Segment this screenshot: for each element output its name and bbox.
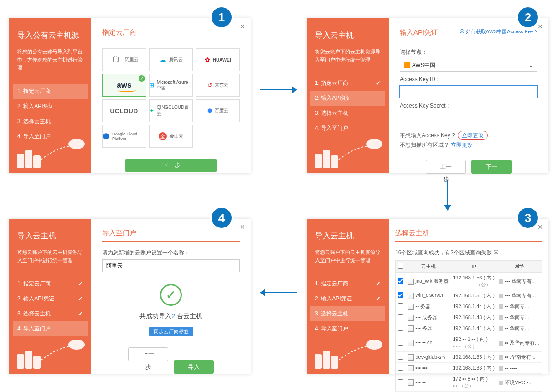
svg-rect-14 bbox=[34, 356, 40, 368]
sidebar-desc: 将您云账户下的云主机资源导入至门户中进行统一管理 bbox=[17, 248, 83, 264]
node-select[interactable]: 🟧 AWS中国⌄ bbox=[400, 59, 537, 72]
step-1[interactable]: 1. 指定云厂商 bbox=[13, 276, 88, 291]
vendor-grid: 〔〕阿里云 ☁腾讯云 ✿HUAWEI aws ⊞Microsoft Azure … bbox=[102, 48, 240, 148]
arrow-3-4 bbox=[261, 292, 297, 293]
table-row[interactable]: ▪▪▪ ▪▪172 ▪▪ 8 ▪▪ ( 内 )▪ ▪ （公）环境VPC ▪... bbox=[396, 374, 542, 392]
step-1[interactable]: 1. 指定云厂商 bbox=[13, 84, 88, 99]
vendor-aliyun[interactable]: 〔〕阿里云 bbox=[102, 48, 146, 71]
cell-net: ▪▪▪ 华南专有... bbox=[497, 290, 542, 301]
node-label: 选择节点： bbox=[400, 48, 537, 56]
vendor-huawei[interactable]: ✿HUAWEI bbox=[196, 48, 240, 71]
close-icon[interactable]: ✕ bbox=[537, 223, 543, 231]
step-1[interactable]: 1. 指定云厂商 bbox=[310, 276, 385, 291]
cell-host: ▪▪▪ ▪▪▪ bbox=[406, 363, 451, 374]
server-icon bbox=[408, 379, 414, 386]
step-3[interactable]: 3. 选择云主机 bbox=[13, 306, 88, 321]
sidebar-desc: 将您的公有云账号导入到平台中，方便对您的云主机进行管理 bbox=[17, 48, 83, 72]
vendor-aws[interactable]: aws bbox=[102, 74, 146, 97]
change-link-1[interactable]: 立即更改 bbox=[458, 131, 488, 140]
help-link[interactable]: ⦿ 如何获取AWS中国Access Key ? bbox=[460, 28, 537, 35]
vendor-ucloud[interactable]: UCLOUD bbox=[102, 99, 146, 122]
table-row[interactable]: ▪▪▪ 或务器192.168.1.43 ( 内 )▪▪ 华南专... bbox=[396, 312, 542, 323]
step-1[interactable]: 1. 指定云厂商 bbox=[310, 76, 385, 91]
close-icon[interactable]: ✕ bbox=[240, 223, 245, 231]
vendor-ksyun[interactable]: 金金山云 bbox=[149, 125, 193, 148]
sidebar-illustration bbox=[9, 132, 91, 173]
row-checkbox[interactable] bbox=[398, 379, 403, 385]
svg-rect-12 bbox=[17, 355, 24, 368]
close-icon[interactable]: ✕ bbox=[240, 23, 245, 30]
row-checkbox[interactable] bbox=[398, 340, 403, 346]
access-key-secret-input[interactable] bbox=[400, 112, 537, 124]
cell-net: ▪▪ 华南专... bbox=[497, 312, 542, 323]
wizard-panel-2: 导入云主机 将您云账户下的云主机资源导入至门户中进行统一管理 1. 指定云厂商 … bbox=[307, 18, 548, 173]
account-name-label: 请为您新增的云账户设置一个名称： bbox=[102, 249, 240, 257]
step-2[interactable]: 2. 输入API凭证 bbox=[13, 99, 88, 114]
change-link-2[interactable]: 立即更改 bbox=[451, 142, 473, 148]
vendor-jdcloud[interactable]: ↺京东云 bbox=[196, 74, 240, 97]
svg-point-7 bbox=[366, 139, 382, 149]
chevron-down-icon: ⌄ bbox=[529, 62, 533, 68]
vendor-qingcloud[interactable]: ✦QINGCLOUD青云 bbox=[149, 99, 193, 122]
row-checkbox[interactable] bbox=[398, 278, 403, 284]
next-button[interactable]: 下一步 bbox=[471, 160, 512, 174]
vendor-baidu[interactable]: ⬢百度云 bbox=[196, 99, 240, 122]
prev-button[interactable]: 上一步 bbox=[426, 160, 466, 174]
svg-point-11 bbox=[366, 340, 382, 350]
row-checkbox[interactable] bbox=[398, 314, 403, 320]
row-checkbox[interactable] bbox=[398, 365, 403, 371]
step-list: 1. 指定云厂商 2. 输入API凭证 3. 选择云主机 4. 导入至门户 bbox=[17, 276, 83, 336]
arrow-1-2 bbox=[260, 89, 296, 90]
step-list: 1. 指定云厂商 2. 输入API凭证 3. 选择云主机 4. 导入至门户 bbox=[315, 76, 381, 136]
step-3[interactable]: 3. 选择云主机 bbox=[13, 114, 88, 129]
sync-tags-button[interactable]: 同步云厂商标签 bbox=[149, 327, 193, 336]
step-2[interactable]: 2. 输入API凭证 bbox=[310, 91, 385, 106]
table-row[interactable]: ▪▪▪ ▪▪▪192.168.1.33 ( 内 )▪▪ ▪▪▪▪ bbox=[396, 363, 542, 374]
vendor-azure[interactable]: ⊞Microsoft Azure · 中国 bbox=[149, 74, 193, 97]
select-all-checkbox[interactable] bbox=[398, 263, 403, 269]
table-row[interactable]: ▪▪▪ ▪▪ cn192 ▪▪ 1 ▪▪ ( 内 )▪ ▪ ▪ （公）▪▪ 及华… bbox=[396, 334, 542, 352]
server-icon bbox=[408, 365, 414, 371]
vendor-tencent[interactable]: ☁腾讯云 bbox=[149, 48, 193, 71]
step-3[interactable]: 3. 选择云主机 bbox=[310, 306, 385, 321]
cell-host: ▪▪▪ 或务器 bbox=[406, 312, 451, 323]
wizard-panel-1: 导入公有云主机源 将您的公有云账号导入到平台中，方便对您的云主机进行管理 1. … bbox=[9, 18, 251, 173]
cell-host: win_ciserver bbox=[406, 290, 451, 301]
svg-rect-6 bbox=[331, 156, 338, 168]
row-checkbox[interactable] bbox=[398, 303, 403, 309]
step-badge-1: 1 bbox=[210, 5, 233, 29]
access-key-id-input[interactable] bbox=[400, 85, 537, 98]
next-button[interactable]: 下一步 bbox=[125, 159, 217, 172]
cell-ip: 192 ▪▪ 1 ▪▪ ( 内 )▪ ▪ ▪ （公） bbox=[451, 334, 497, 352]
cell-ip: 192.168.1.33 ( 内 ) bbox=[451, 363, 497, 374]
table-row[interactable]: win_ciserver192.168.1.51 ( 内 )▪▪▪ 华南专有..… bbox=[396, 290, 542, 301]
sidebar: 导入云主机 将您云账户下的云主机资源导入至门户中进行统一管理 1. 指定云厂商 … bbox=[9, 219, 91, 374]
account-name-input[interactable] bbox=[102, 259, 240, 272]
row-checkbox[interactable] bbox=[398, 354, 403, 360]
wizard-panel-4: 导入云主机 将您云账户下的云主机资源导入至门户中进行统一管理 1. 指定云厂商 … bbox=[9, 219, 251, 374]
main-content: ✕ ⦿ 如何获取AWS中国Access Key ? 输入API凭证 选择节点： … bbox=[389, 18, 548, 173]
row-checkbox[interactable] bbox=[398, 292, 403, 298]
col-net: 网络 bbox=[497, 261, 542, 273]
step-2[interactable]: 2. 输入API凭证 bbox=[13, 291, 88, 306]
cell-host: ▪▪▪ ▪▪ cn bbox=[406, 334, 451, 352]
close-icon[interactable]: ✕ bbox=[537, 23, 543, 30]
section-heading: 选择云主机 bbox=[395, 229, 542, 242]
step-3[interactable]: 3. 选择云主机 bbox=[310, 106, 385, 121]
table-row[interactable]: ▪▪▪ 务器192.168.1.41 ( 内 )▪▪ 华南专... bbox=[396, 323, 542, 334]
step-2[interactable]: 2. 输入API凭证 bbox=[310, 291, 385, 306]
sidebar-title: 导入云主机 bbox=[315, 30, 381, 41]
prev-button[interactable]: 上一步 bbox=[128, 347, 168, 361]
aks-label: Access Key Secret : bbox=[400, 103, 537, 109]
row-checkbox[interactable] bbox=[398, 325, 403, 331]
svg-rect-5 bbox=[323, 150, 330, 168]
cell-net: 环境VPC ▪... bbox=[497, 374, 542, 392]
cell-net: ▪▪ 华南专... bbox=[497, 301, 542, 312]
cell-ip: 192.168.1.56 ( 内 )— . — . —（公） bbox=[451, 273, 497, 290]
table-row[interactable]: dev-gitlab-srv192.168.1.35 ( 内 )▪▪ .华南专有… bbox=[396, 352, 542, 363]
table-row[interactable]: ▪▪ 务器192.168.1.44 ( 内 )▪▪ 华南专... bbox=[396, 301, 542, 312]
server-icon bbox=[408, 354, 414, 361]
import-button[interactable]: 导入 bbox=[174, 360, 214, 374]
table-row[interactable]: jira_wiki服务器192.168.1.56 ( 内 )— . — . —（… bbox=[396, 273, 542, 290]
vendor-google[interactable]: 🔵Google Cloud Platform bbox=[102, 125, 146, 148]
